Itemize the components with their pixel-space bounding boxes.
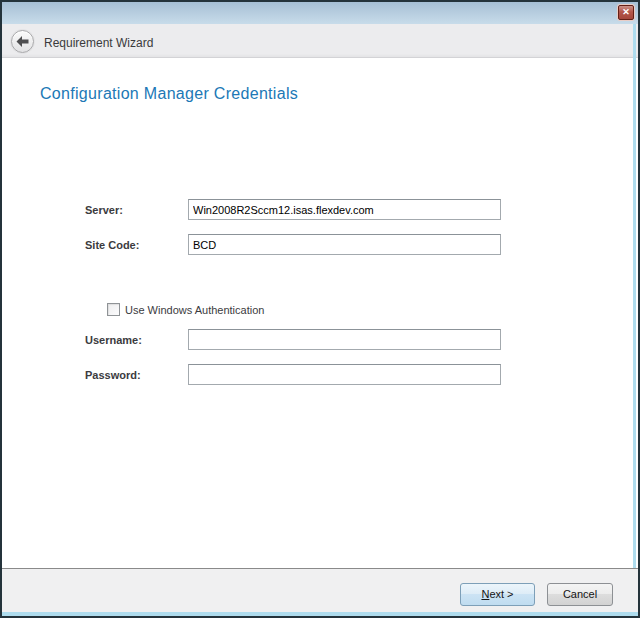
back-arrow-icon	[16, 36, 29, 47]
window-edge-strip-right	[633, 24, 636, 612]
content-area	[2, 59, 638, 568]
password-input[interactable]	[188, 364, 501, 385]
username-label: Username:	[85, 334, 142, 346]
next-button-label: ext >	[489, 588, 513, 600]
next-button[interactable]: Next >	[460, 583, 535, 606]
server-input[interactable]	[188, 199, 501, 220]
username-input[interactable]	[188, 329, 501, 350]
password-label: Password:	[85, 369, 141, 381]
close-button[interactable]: ✕	[618, 5, 634, 20]
back-button[interactable]	[11, 30, 34, 53]
window-edge-strip-bottom	[2, 612, 638, 616]
cancel-button[interactable]: Cancel	[547, 583, 613, 606]
windows-auth-checkbox[interactable]	[107, 303, 120, 316]
title-bar	[2, 2, 638, 24]
windows-auth-label: Use Windows Authentication	[125, 304, 264, 316]
site-code-label: Site Code:	[85, 239, 139, 251]
footer-bar	[2, 569, 638, 612]
site-code-input[interactable]	[188, 234, 501, 255]
wizard-window: ✕ Requirement Wizard Configuration Manag…	[0, 0, 640, 618]
wizard-title: Requirement Wizard	[44, 36, 153, 50]
page-title: Configuration Manager Credentials	[40, 85, 298, 103]
close-icon: ✕	[622, 7, 630, 17]
server-label: Server:	[85, 204, 123, 216]
